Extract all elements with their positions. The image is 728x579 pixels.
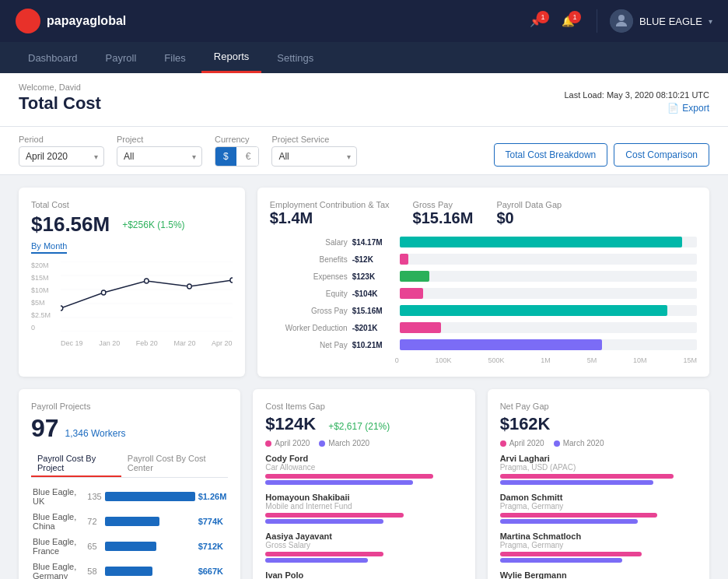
report-buttons: Total Cost Breakdown Cost Comparison (494, 143, 709, 167)
bar-axis: 0 100K 500K 1M 5M 10M 15M (270, 356, 697, 364)
logo-icon (16, 9, 40, 33)
proj-val: $712K (197, 534, 229, 559)
svg-point-7 (61, 306, 63, 311)
proj-bar (105, 492, 195, 501)
nav-dashboard[interactable]: Dashboard (16, 42, 90, 73)
employment-card: Employment Contribution & Tax $1.4M Gros… (257, 188, 709, 377)
user-name: BLUE EAGLE (639, 16, 702, 27)
project-service-label: Project Service (271, 135, 357, 144)
bar-row-equity: Equity -$104K (270, 288, 697, 299)
cost-row-name: Ivan Polo (265, 570, 462, 579)
proj-tabs: Payroll Cost By Project Payroll Cost By … (31, 451, 228, 478)
currency-usd[interactable]: $ (215, 147, 236, 166)
pin-button[interactable]: 📌 1 (527, 12, 546, 30)
net-row-name: Arvi Laghari (500, 454, 697, 463)
net-legend-april-dot (500, 440, 506, 447)
legend-march: March 2020 (319, 439, 369, 447)
net-legend-march-dot (554, 440, 560, 447)
breakdown-button[interactable]: Total Cost Breakdown (494, 143, 608, 167)
proj-table: Blue Eagle, UK 135 $1.26M Blue Eagle, Ch… (31, 484, 228, 579)
cost-row-name: Cody Ford (265, 454, 462, 463)
bar-row-benefits: Benefits -$12K (270, 254, 697, 265)
proj-bar-cell (103, 509, 197, 534)
user-menu[interactable]: BLUE EAGLE ▾ (597, 9, 712, 33)
cost-row-sub: Car Allowance (265, 463, 462, 472)
cost-bars (265, 474, 462, 485)
gross-pay-value: $15.16M (413, 209, 474, 227)
header-right: Last Load: May 3, 2020 08:10:21 UTC 📄 Ex… (564, 90, 709, 114)
comparison-button[interactable]: Cost Comparison (614, 143, 709, 167)
export-icon: 📄 (667, 103, 679, 114)
cost-row: Homayoun Shakibaii Mobile and Internet F… (265, 493, 462, 524)
net-bar-april (500, 474, 674, 479)
cost-gap-label: Cost Items Gap (265, 402, 462, 411)
by-month-label: By Month (31, 241, 67, 254)
net-pay-legend: April 2020 March 2020 (500, 439, 697, 447)
cost-gap-card: Cost Items Gap $124K +$2,617 (21%) April… (253, 389, 474, 579)
cost-bar-march (265, 558, 368, 563)
total-cost-value: $16.56M (31, 212, 110, 237)
currency-eur[interactable]: € (238, 147, 259, 166)
total-cost-values: $16.56M +$256K (1.5%) (31, 212, 233, 237)
bell-button[interactable]: 🔔 1 (558, 12, 578, 30)
page-header: Welcome, David Total Cost Last Load: May… (0, 73, 728, 127)
proj-bar-cell (103, 534, 197, 559)
proj-bar (105, 542, 156, 551)
legend-april-dot (265, 440, 271, 447)
total-cost-chart: $20M $15M $10M $5M $2.5M 0 (31, 261, 233, 347)
gross-pay-metric: Gross Pay $15.16M (413, 200, 474, 227)
page-title: Total Cost (19, 93, 101, 114)
emp-contribution: Employment Contribution & Tax $1.4M (270, 200, 390, 227)
net-bar-march (500, 519, 638, 524)
net-row-sub: Pragma, Germany (500, 502, 697, 511)
net-legend-march: March 2020 (554, 439, 604, 447)
last-load: Last Load: May 3, 2020 08:10:21 UTC (564, 90, 709, 100)
net-row: Martina Schmatloch Pragma, Germany (500, 532, 697, 563)
net-row-name: Wylie Bergmann (500, 570, 697, 579)
project-select[interactable]: All (117, 146, 202, 167)
cost-gap-delta: +$2,617 (21%) (328, 421, 390, 432)
chart-y-labels: $20M $15M $10M $5M $2.5M 0 (31, 261, 58, 332)
proj-bar-cell (103, 559, 197, 579)
payroll-projects-card: Payroll Projects 97 1,346 Workers Payrol… (19, 389, 240, 579)
pin-badge: 1 (537, 11, 549, 23)
proj-name: Blue Eagle, China (31, 509, 86, 534)
nav-reports[interactable]: Reports (201, 42, 262, 73)
cost-gap-value: $124K (265, 414, 316, 434)
gross-pay-label: Gross Pay (413, 200, 474, 209)
proj-bar-cell (103, 484, 197, 509)
proj-val: $667K (197, 559, 229, 579)
proj-tab-cost-center[interactable]: Payroll Cost By Cost Center (121, 451, 229, 477)
period-select[interactable]: April 2020 (19, 146, 104, 167)
net-row: Wylie Bergmann Pragma, Germany (500, 570, 697, 579)
project-label: Project (117, 135, 202, 144)
emp-contribution-label: Employment Contribution & Tax (270, 200, 390, 209)
nav-payroll[interactable]: Payroll (93, 42, 149, 73)
proj-num: 72 (86, 509, 103, 534)
export-button[interactable]: 📄 Export (667, 103, 709, 114)
payroll-gap-metric: Payroll Data Gap $0 (496, 200, 562, 227)
employment-bar-chart: Salary $14.17M Benefits -$12K Expenses $… (270, 237, 697, 364)
proj-name: Blue Eagle, France (31, 534, 86, 559)
bell-badge: 1 (569, 11, 581, 23)
cost-gap-legend: April 2020 March 2020 (265, 439, 462, 447)
proj-tab-project[interactable]: Payroll Cost By Project (31, 451, 121, 477)
legend-april: April 2020 (265, 439, 310, 447)
row-1: Total Cost $16.56M +$256K (1.5%) By Mont… (19, 188, 709, 377)
proj-name: Blue Eagle, UK (31, 484, 86, 509)
net-row-sub: Pragma, USD (APAC) (500, 463, 697, 472)
proj-val: $1.26M (197, 484, 229, 509)
table-row: Blue Eagle, UK 135 $1.26M (31, 484, 228, 509)
project-filter: Project All (117, 135, 202, 167)
nav-files[interactable]: Files (152, 42, 198, 73)
table-row: Blue Eagle, France 65 $712K (31, 534, 228, 559)
nav-settings[interactable]: Settings (264, 42, 326, 73)
project-service-select[interactable]: All (271, 146, 357, 167)
welcome-text: Welcome, David (19, 82, 101, 92)
bar-row-salary: Salary $14.17M (270, 237, 697, 247)
cost-bars (265, 513, 462, 524)
net-row-sub: Pragma, Germany (500, 541, 697, 549)
cost-bar-april (265, 474, 432, 479)
row-2: Payroll Projects 97 1,346 Workers Payrol… (19, 389, 709, 579)
bar-row-gross: Gross Pay $15.16M (270, 305, 697, 316)
